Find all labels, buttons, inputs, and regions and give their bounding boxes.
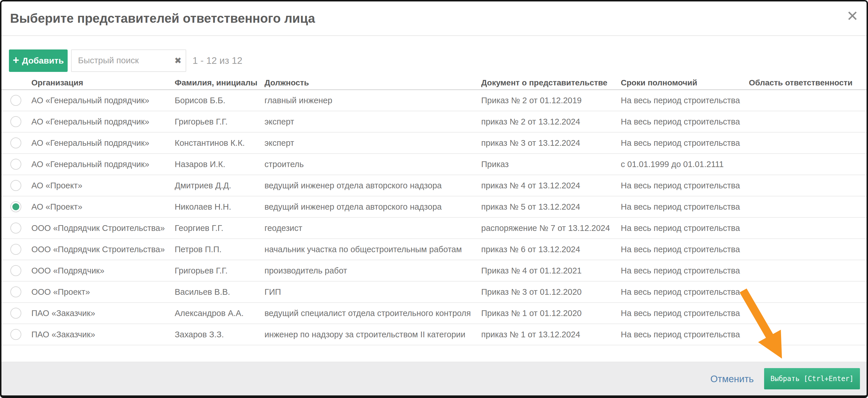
- row-radio-cell: [1, 159, 30, 170]
- table-row[interactable]: ПАО «Заказчик»Александров А.А.ведущий сп…: [1, 303, 867, 324]
- pagination-counter: 1 - 12 из 12: [192, 49, 242, 72]
- th-position: Должность: [264, 78, 480, 88]
- cell-name: Борисов Б.Б.: [174, 96, 264, 105]
- cell-name: Григорьев Г.Г.: [174, 117, 264, 127]
- cell-name: Петров П.П.: [174, 245, 264, 254]
- row-radio[interactable]: [10, 201, 21, 212]
- clear-search-icon[interactable]: ✖: [175, 56, 182, 65]
- row-radio[interactable]: [10, 287, 21, 297]
- cell-position: начальник участка по общестроительным ра…: [264, 245, 480, 254]
- row-radio[interactable]: [10, 116, 21, 127]
- cell-term: На весь период строительства: [620, 266, 748, 275]
- table-row[interactable]: ПАО «Заказчик»Захаров З.З.инженер по над…: [1, 324, 867, 345]
- cell-term: с 01.01.1999 до 01.01.2111: [620, 160, 748, 169]
- plus-icon: +: [13, 54, 19, 66]
- cancel-button[interactable]: Отменить: [710, 362, 754, 396]
- cell-term: На весь период строительства: [620, 287, 748, 297]
- row-radio[interactable]: [10, 223, 21, 233]
- cell-name: Александров А.А.: [174, 308, 264, 318]
- th-organization: Организация: [30, 78, 174, 88]
- cell-term: На весь период строительства: [620, 138, 748, 148]
- table-row[interactable]: ООО «Подрядчик Строительства»Петров П.П.…: [1, 239, 867, 260]
- row-radio[interactable]: [10, 95, 21, 106]
- search-input[interactable]: [72, 50, 164, 71]
- table-body: АО «Генеральный подрядчик»Борисов Б.Б.гл…: [1, 90, 867, 345]
- row-radio[interactable]: [10, 329, 21, 340]
- cell-name: Дмитриев Д.Д.: [174, 181, 264, 190]
- th-responsibility-area: Область ответственности: [748, 78, 867, 88]
- title-divider: [1, 35, 867, 36]
- th-term: Сроки полномочий: [620, 78, 748, 88]
- table-row[interactable]: АО «Проект»Николаев Н.Н.ведущий инженер …: [1, 196, 867, 218]
- cell-org: АО «Проект»: [30, 181, 174, 190]
- row-radio[interactable]: [10, 244, 21, 255]
- dialog-title: Выберите представителей ответственного л…: [10, 1, 315, 35]
- table-row[interactable]: АО «Проект»Дмитриев Д.Д.ведущий инженер …: [1, 175, 867, 196]
- table-row[interactable]: АО «Генеральный подрядчик»Назаров И.К.ст…: [1, 154, 867, 175]
- cell-term: На весь период строительства: [620, 202, 748, 212]
- table-row[interactable]: ООО «Проект»Васильев В.В.ГИППриказ № 3 о…: [1, 281, 867, 303]
- cell-position: геодезист: [264, 224, 480, 233]
- row-radio-cell: [1, 287, 30, 297]
- table-row[interactable]: ООО «Подрядчик»Григорьев Г.Г.производите…: [1, 260, 867, 281]
- cell-doc: Приказ № 1 от 01.12.2020: [480, 308, 620, 318]
- cell-org: АО «Генеральный подрядчик»: [30, 160, 174, 169]
- cell-org: ООО «Подрядчик Строительства»: [30, 245, 174, 254]
- cell-org: ООО «Проект»: [30, 287, 174, 297]
- row-radio-cell: [1, 308, 30, 319]
- dialog-title-bar: Выберите представителей ответственного л…: [1, 1, 867, 35]
- cell-name: Николаев Н.Н.: [174, 202, 264, 212]
- table-row[interactable]: АО «Генеральный подрядчик»Григорьев Г.Г.…: [1, 111, 867, 133]
- row-radio[interactable]: [10, 180, 21, 191]
- cell-org: ООО «Подрядчик Строительства»: [30, 224, 174, 233]
- th-name: Фамилия, инициалы: [174, 78, 264, 88]
- cell-doc: Приказ № 2 от 01.12.2019: [480, 96, 620, 105]
- cell-name: Назаров И.К.: [174, 160, 264, 169]
- row-radio[interactable]: [10, 308, 21, 319]
- dialog-footer: Отменить Выбрать [Ctrl+Enter]: [1, 362, 867, 395]
- table-header-row: Организация Фамилия, инициалы Должность …: [1, 76, 867, 90]
- radio-dot: [12, 203, 19, 210]
- cell-term: На весь период строительства: [620, 330, 748, 339]
- cell-position: производитель работ: [264, 266, 480, 275]
- table-row[interactable]: АО «Генеральный подрядчик»Борисов Б.Б.гл…: [1, 90, 867, 111]
- cell-term: На весь период строительства: [620, 245, 748, 254]
- select-button[interactable]: Выбрать [Ctrl+Enter]: [764, 368, 860, 389]
- cell-org: АО «Проект»: [30, 202, 174, 212]
- row-radio-cell: [1, 201, 30, 212]
- modal-dialog: { "dialog": { "title": "Выберите предста…: [0, 0, 868, 398]
- cell-org: АО «Генеральный подрядчик»: [30, 117, 174, 127]
- cell-position: ведущий инженер отдела авторского надзор…: [264, 181, 480, 190]
- cell-org: ПАО «Заказчик»: [30, 308, 174, 318]
- cell-name: Захаров З.З.: [174, 330, 264, 339]
- add-button[interactable]: + Добавить: [9, 49, 68, 72]
- cell-doc: приказ № 5 от 13.12.2024: [480, 202, 620, 212]
- cell-org: АО «Генеральный подрядчик»: [30, 96, 174, 105]
- table-row[interactable]: АО «Генеральный подрядчик»Константинов К…: [1, 133, 867, 154]
- row-radio-cell: [1, 244, 30, 255]
- cell-term: На весь период строительства: [620, 224, 748, 233]
- table-row[interactable]: ООО «Подрядчик Строительства»Георгиев Г.…: [1, 218, 867, 239]
- cell-term: На весь период строительства: [620, 96, 748, 105]
- cell-name: Константинов К.К.: [174, 138, 264, 148]
- row-radio-cell: [1, 223, 30, 233]
- cell-name: Георгиев Г.Г.: [174, 224, 264, 233]
- cell-doc: Приказ: [480, 160, 620, 169]
- cell-term: На весь период строительства: [620, 117, 748, 127]
- cell-position: главный инженер: [264, 96, 480, 105]
- cell-position: ведущий инженер отдела авторского надзор…: [264, 202, 480, 212]
- row-radio[interactable]: [10, 137, 21, 148]
- cell-org: АО «Генеральный подрядчик»: [30, 138, 174, 148]
- row-radio-cell: [1, 116, 30, 127]
- cell-doc: приказ № 6 от 13.12.2024: [480, 245, 620, 254]
- cell-term: На весь период строительства: [620, 308, 748, 318]
- row-radio[interactable]: [10, 159, 21, 170]
- cell-doc: приказ № 4 от 13.12.2024: [480, 181, 620, 190]
- row-radio-cell: [1, 95, 30, 106]
- row-radio[interactable]: [10, 265, 21, 276]
- cell-org: ПАО «Заказчик»: [30, 330, 174, 339]
- cell-doc: Приказ № 3 от 01.12.2020: [480, 287, 620, 297]
- cell-doc: приказ № 1 от 13.12.2024: [480, 330, 620, 339]
- add-button-label: Добавить: [22, 56, 64, 66]
- close-icon[interactable]: ✕: [845, 7, 860, 25]
